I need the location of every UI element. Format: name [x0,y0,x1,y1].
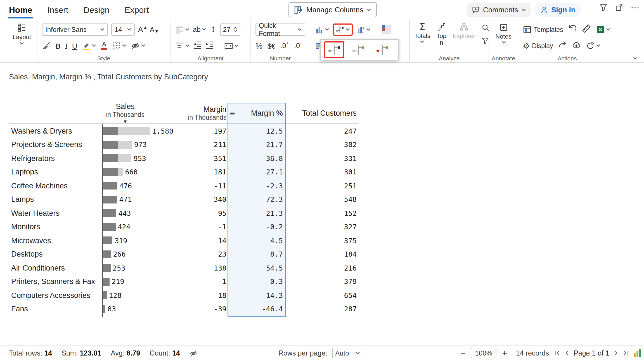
margin-value[interactable]: 340 [183,193,228,206]
top-n-button[interactable]: Top n [437,22,447,46]
margin-pct-value[interactable]: 4.5 [228,234,286,247]
table-row[interactable]: Water Heaters4439521.3152 [9,206,358,220]
comments-button[interactable]: Comments [467,3,531,17]
margin-value[interactable]: 1 [183,275,228,288]
customers-value[interactable]: 247 [286,124,358,138]
customers-value[interactable]: 375 [286,234,358,247]
table-row[interactable]: Fans83-39-46.4287 [9,302,358,316]
sales-cell[interactable]: 253 [102,261,183,275]
table-row[interactable]: Lamps47134072.3548 [9,193,358,206]
horizontal-align-button[interactable] [175,25,190,34]
vertical-align-button[interactable] [175,41,190,50]
table-row[interactable]: Monitors424-1-0.2327 [9,220,358,234]
table-row[interactable]: Air Conditioners25313854.5216 [9,261,358,275]
row-label[interactable]: Lamps [9,195,102,204]
decrease-indent-button[interactable] [193,40,202,51]
zoom-in-button[interactable]: + [502,349,507,357]
margin-pct-value[interactable]: 0.3 [228,275,286,288]
display-button[interactable]: ⚙ Display [523,42,553,49]
shrink-font-button[interactable]: A ▼ [150,26,158,33]
layout-button[interactable]: Layout [13,23,31,45]
sales-cell[interactable]: 424 [102,220,183,234]
percent-format-button[interactable]: % [255,41,262,51]
wrap-text-button[interactable]: ab [193,25,206,33]
margin-pct-value[interactable]: -14.3 [228,288,286,302]
margin-value[interactable]: -11 [183,179,228,193]
lollipop-option-selected[interactable] [324,41,344,58]
row-label[interactable]: Water Heaters [9,209,102,217]
row-label[interactable]: Washers & Dryers [9,127,102,135]
tab-insert[interactable]: Insert [47,0,68,19]
margin-pct-value[interactable]: -46.4 [228,302,286,316]
margin-value[interactable]: 181 [183,165,228,179]
row-label[interactable]: Coffee Machines [9,182,102,190]
filter-icon[interactable] [599,3,608,12]
export-excel-button[interactable] [596,25,611,34]
lollipop-option-3[interactable] [372,41,392,58]
stepper-arrows[interactable] [234,27,238,32]
filter-icon[interactable] [482,37,489,45]
sales-cell[interactable]: 471 [102,193,183,206]
table-row[interactable]: Coffee Machines476-11-2.3251 [9,179,358,193]
next-page-icon[interactable] [613,350,619,356]
header-margin[interactable]: Margin in Thousands [183,103,228,124]
currency-format-button[interactable]: $€ [267,41,275,51]
matrix-icon[interactable] [381,24,392,35]
increase-decimal-button[interactable]: .0+ [280,41,289,50]
margin-value[interactable]: 23 [183,247,228,261]
last-page-icon[interactable] [622,350,628,356]
collapse-ribbon-chevron[interactable] [633,57,637,60]
row-label[interactable]: Computers Accessories [9,291,102,300]
row-label[interactable]: Laptops [9,168,102,176]
decrease-decimal-button[interactable]: .0- [294,41,302,50]
margin-value[interactable]: 211 [183,138,228,151]
margin-pct-value[interactable]: -0.2 [228,220,286,234]
customers-value[interactable]: 216 [286,261,358,275]
margin-pct-value[interactable]: 27.1 [228,165,286,179]
combo-chart-button[interactable] [356,25,371,34]
sales-cell[interactable]: 83 [102,302,183,316]
increase-indent-button[interactable] [205,40,214,51]
customers-value[interactable]: 152 [286,206,358,220]
customers-value[interactable]: 548 [286,193,358,206]
tab-home[interactable]: Home [9,0,32,19]
table-row[interactable]: Desktops266238.7184 [9,247,358,261]
table-row[interactable]: Computers Accessories128-18-14.3654 [9,288,358,302]
quick-format-select[interactable]: Quick Format [255,23,305,35]
cloud-upload-button[interactable] [572,40,581,51]
zoom-out-button[interactable]: − [460,349,465,357]
undo-button[interactable] [568,24,577,35]
header-total-customers[interactable]: Total Customers [286,103,358,124]
italic-button[interactable]: I [65,41,68,51]
zoom-level[interactable]: 100% [471,348,496,358]
expand-icon[interactable] [615,3,623,12]
row-label[interactable]: Microwaves [9,236,102,245]
margin-value[interactable]: -39 [183,302,228,316]
sales-cell[interactable]: 443 [102,206,183,220]
margin-pct-value[interactable]: 72.3 [228,193,286,206]
sales-cell[interactable]: 476 [102,179,183,193]
header-margin-pct[interactable]: ≡ Margin % [228,103,286,124]
rows-per-page-select[interactable]: Auto [332,348,363,358]
margin-pct-value[interactable]: 21.7 [228,138,286,151]
sign-in-button[interactable]: Sign in [534,3,581,17]
borders-button[interactable] [112,41,127,50]
ruler-button[interactable] [582,24,591,35]
customers-value[interactable]: 251 [286,179,358,193]
sales-cell[interactable]: 319 [102,234,183,247]
row-label[interactable]: Desktops [9,250,102,259]
prev-page-icon[interactable] [564,350,570,356]
bold-button[interactable]: B [55,41,61,51]
format-painter-button[interactable] [42,41,51,50]
inforiver-logo-icon[interactable] [634,349,641,357]
sales-cell[interactable]: 128 [102,288,183,302]
notes-button[interactable]: Notes [495,23,512,44]
templates-button[interactable]: Templates [523,25,563,34]
table-row[interactable]: Printers, Scanners & Fax21910.3379 [9,275,358,288]
font-size-select[interactable]: 14 [111,23,135,35]
grow-font-button[interactable]: A ▲ [138,25,147,34]
margin-pct-value[interactable]: 21.3 [228,206,286,220]
sales-cell[interactable]: 266 [102,247,183,261]
customers-value[interactable]: 287 [286,302,358,316]
tab-design[interactable]: Design [83,0,109,19]
